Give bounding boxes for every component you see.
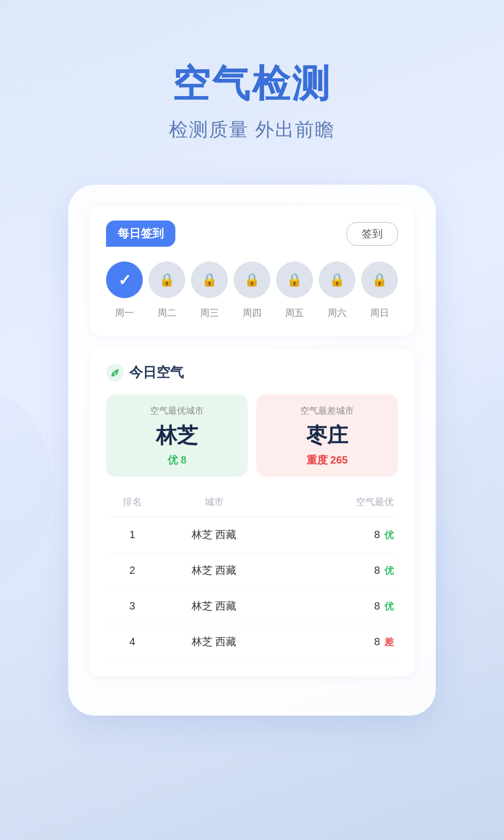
best-city-label: 空气最优城市 xyxy=(116,405,238,417)
air-quality-card: 今日空气 空气最优城市 林芝 优 8 空气最差城市 枣庄 重度 265 排名 xyxy=(89,349,415,677)
day-icon-tuesday: 🔒 xyxy=(149,261,185,298)
day-label-thu: 周四 xyxy=(234,307,270,319)
day-icon-sunday: 🔒 xyxy=(361,261,398,298)
air-number: 8 xyxy=(374,636,380,648)
col-header-city: 城市 xyxy=(159,496,269,508)
air-number: 8 xyxy=(374,564,380,576)
main-title: 空气检测 xyxy=(169,63,335,104)
day-labels-row: 周一 周二 周三 周四 周五 周六 周日 xyxy=(106,307,398,319)
leaf-icon xyxy=(106,364,124,382)
checkin-label: 每日签到 xyxy=(106,220,175,247)
checkmark-icon: ✓ xyxy=(118,271,131,289)
days-icons-row: ✓ 🔒 🔒 🔒 🔒 🔒 🔒 xyxy=(106,261,398,298)
table-row: 2 林芝 西藏 8 优 xyxy=(106,553,398,589)
lock-icon: 🔒 xyxy=(372,272,387,287)
air-card-header: 今日空气 xyxy=(106,363,398,382)
header-section: 空气检测 检测质量 外出前瞻 xyxy=(169,63,335,143)
rank-city: 林芝 西藏 xyxy=(159,599,269,613)
lock-icon: 🔒 xyxy=(202,272,217,287)
day-icon-wednesday: 🔒 xyxy=(191,261,228,298)
air-status-badge: 优 xyxy=(384,564,394,577)
air-number: 8 xyxy=(374,600,380,612)
col-header-air: 空气最优 xyxy=(269,496,398,508)
rank-rows-container: 1 林芝 西藏 8 优 2 林芝 西藏 8 优 3 林芝 西藏 8 优 4 林芝… xyxy=(106,517,398,660)
deco-right xyxy=(452,390,504,589)
day-icon-monday[interactable]: ✓ xyxy=(106,261,143,298)
lock-icon: 🔒 xyxy=(329,272,345,287)
sub-title: 检测质量 外出前瞻 xyxy=(169,117,335,143)
city-comparison-row: 空气最优城市 林芝 优 8 空气最差城市 枣庄 重度 265 xyxy=(106,394,398,477)
table-row: 4 林芝 西藏 8 差 xyxy=(106,624,398,660)
rank-table: 排名 城市 空气最优 1 林芝 西藏 8 优 2 林芝 西藏 8 优 3 林芝 … xyxy=(106,491,398,660)
deco-left xyxy=(0,390,52,589)
day-label-sun: 周日 xyxy=(361,307,398,319)
rank-air-value: 8 优 xyxy=(269,600,398,613)
col-header-rank: 排名 xyxy=(106,496,159,508)
table-row: 3 林芝 西藏 8 优 xyxy=(106,589,398,624)
best-city-value: 优 8 xyxy=(116,453,238,467)
rank-number: 3 xyxy=(106,600,159,612)
checkin-card-header: 每日签到 签到 xyxy=(106,220,398,247)
rank-city: 林芝 西藏 xyxy=(159,635,269,649)
day-icon-friday: 🔒 xyxy=(276,261,313,298)
best-city-box: 空气最优城市 林芝 优 8 xyxy=(106,394,248,477)
worst-city-name: 枣庄 xyxy=(266,421,388,450)
lock-icon: 🔒 xyxy=(159,272,175,287)
air-number: 8 xyxy=(374,529,380,541)
day-label-tue: 周二 xyxy=(149,307,185,319)
rank-air-value: 8 优 xyxy=(269,529,398,541)
air-card-title: 今日空气 xyxy=(129,363,184,382)
phone-mockup: 每日签到 签到 ✓ 🔒 🔒 🔒 🔒 xyxy=(68,185,436,716)
day-label-wed: 周三 xyxy=(191,307,228,319)
phone-wrap: 每日签到 签到 ✓ 🔒 🔒 🔒 🔒 xyxy=(0,143,504,716)
lock-icon: 🔒 xyxy=(244,272,260,287)
table-row: 1 林芝 西藏 8 优 xyxy=(106,517,398,553)
rank-city: 林芝 西藏 xyxy=(159,563,269,578)
day-icon-saturday: 🔒 xyxy=(319,261,355,298)
day-icon-thursday: 🔒 xyxy=(234,261,270,298)
rank-number: 1 xyxy=(106,529,159,541)
air-status-badge: 优 xyxy=(384,600,394,613)
air-status-badge: 差 xyxy=(384,636,394,648)
lock-icon: 🔒 xyxy=(287,272,302,287)
day-label-mon: 周一 xyxy=(106,307,143,319)
rank-air-value: 8 优 xyxy=(269,564,398,577)
checkin-button[interactable]: 签到 xyxy=(346,222,398,246)
rank-city: 林芝 西藏 xyxy=(159,528,269,542)
air-status-badge: 优 xyxy=(384,529,394,541)
day-label-sat: 周六 xyxy=(319,307,355,319)
best-city-name: 林芝 xyxy=(116,421,238,450)
rank-number: 4 xyxy=(106,636,159,648)
rank-air-value: 8 差 xyxy=(269,636,398,648)
day-label-fri: 周五 xyxy=(276,307,313,319)
checkin-card: 每日签到 签到 ✓ 🔒 🔒 🔒 🔒 xyxy=(89,206,415,336)
worst-city-value: 重度 265 xyxy=(266,453,388,467)
worst-city-box: 空气最差城市 枣庄 重度 265 xyxy=(256,394,398,477)
rank-table-header: 排名 城市 空气最优 xyxy=(106,491,398,517)
worst-city-label: 空气最差城市 xyxy=(266,405,388,417)
rank-number: 2 xyxy=(106,564,159,576)
